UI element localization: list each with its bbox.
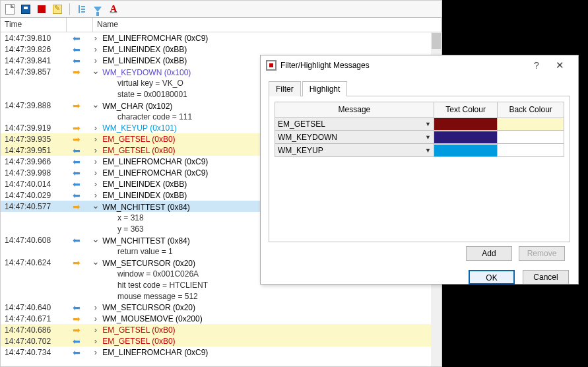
direction-arrow-icon: ➡ — [63, 258, 90, 267]
tab-highlight[interactable]: Highlight — [302, 81, 348, 96]
chevron-down-icon[interactable]: ▼ — [425, 147, 431, 154]
cell-time: 14:47:39.935 — [1, 135, 63, 144]
back-colour-swatch[interactable] — [498, 131, 564, 143]
message-dropdown[interactable]: WM_KEYDOWN▼ — [275, 131, 434, 143]
direction-arrow-icon: ➡ — [63, 67, 90, 77]
toolbar-separator — [69, 3, 70, 15]
chevron-right-icon[interactable] — [91, 302, 100, 312]
filter-icon[interactable] — [91, 3, 104, 16]
chevron-right-icon[interactable] — [91, 123, 100, 133]
col-textcolour[interactable]: Text Colour — [434, 102, 497, 117]
direction-arrow-icon: ⬅ — [63, 348, 90, 357]
message-row[interactable]: 14:47:40.671➡ WM_MOUSEMOVE (0x200) — [1, 313, 441, 324]
chevron-right-icon[interactable] — [91, 336, 100, 346]
chevron-right-icon[interactable] — [91, 325, 100, 335]
cell-name: EM_LINEFROMCHAR (0xC9) — [90, 33, 441, 43]
cell-time: 14:47:39.919 — [1, 123, 63, 133]
chevron-right-icon[interactable] — [91, 190, 100, 200]
save-icon[interactable] — [19, 3, 32, 16]
remove-button[interactable]: Remove — [519, 246, 565, 261]
help-button[interactable]: ? — [527, 60, 546, 71]
direction-arrow-icon: ➡ — [63, 135, 90, 144]
cell-name: EM_GETSEL (0xB0) — [90, 325, 441, 335]
direction-arrow-icon: ⬅ — [63, 337, 90, 346]
cell-time: 14:47:40.608 — [1, 236, 63, 245]
chevron-down-icon[interactable] — [91, 235, 100, 246]
tab-filter[interactable]: Filter — [269, 81, 301, 96]
direction-arrow-icon: ⬅ — [63, 168, 90, 178]
direction-arrow-icon: ⬅ — [63, 180, 90, 189]
cell-name: WM_MOUSEMOVE (0x200) — [90, 314, 441, 323]
message-row[interactable]: 14:47:40.734⬅ EM_LINEFROMCHAR (0xC9) — [1, 347, 441, 358]
direction-arrow-icon: ➡ — [63, 202, 90, 211]
cell-time: 14:47:40.671 — [1, 314, 63, 323]
highlight-row[interactable]: EM_GETSEL▼ — [275, 117, 564, 131]
text-colour-swatch[interactable] — [434, 145, 497, 156]
message-dropdown[interactable]: WM_KEYUP▼ — [275, 144, 434, 156]
direction-arrow-icon: ⬅ — [63, 236, 90, 245]
chevron-right-icon[interactable] — [91, 347, 100, 357]
col-dir-header[interactable] — [67, 18, 93, 32]
chevron-down-icon[interactable] — [91, 100, 100, 111]
cell-time: 14:47:40.686 — [1, 325, 63, 335]
cell-name: mouse message = 512 — [90, 292, 441, 301]
col-message[interactable]: Message — [275, 102, 434, 117]
highlight-row[interactable]: WM_KEYDOWN▼ — [275, 131, 564, 144]
message-row[interactable]: 14:47:40.702⬅ EM_GETSEL (0xB0) — [1, 335, 441, 347]
close-button[interactable]: ✕ — [546, 59, 573, 71]
chevron-right-icon[interactable] — [91, 33, 100, 43]
message-row[interactable]: 14:47:39.810⬅ EM_LINEFROMCHAR (0xC9) — [1, 32, 441, 44]
direction-arrow-icon: ➡ — [63, 123, 90, 133]
cell-time: 14:47:39.998 — [1, 168, 63, 178]
scrollbar-thumb[interactable] — [432, 33, 441, 49]
text-colour-swatch[interactable] — [434, 118, 497, 130]
direction-arrow-icon: ⬅ — [63, 45, 90, 54]
chevron-down-icon[interactable]: ▼ — [425, 121, 431, 127]
dialog-titlebar[interactable]: Filter/Highlight Messages ? ✕ — [261, 55, 578, 75]
direction-arrow-icon: ⬅ — [63, 303, 90, 312]
add-button[interactable]: Add — [466, 246, 512, 261]
ok-button[interactable]: OK — [469, 270, 515, 284]
tree-icon[interactable] — [75, 3, 88, 16]
text-colour-swatch[interactable] — [434, 131, 497, 143]
cell-name: EM_LINEFROMCHAR (0xC9) — [90, 347, 441, 357]
chevron-right-icon[interactable] — [91, 44, 100, 54]
col-backcolour[interactable]: Back Colour — [498, 102, 564, 117]
chevron-right-icon[interactable] — [91, 145, 100, 155]
col-name-header[interactable]: Name — [93, 18, 441, 32]
col-time-header[interactable]: Time — [1, 18, 67, 32]
chevron-down-icon[interactable] — [91, 67, 100, 77]
cell-time: 14:47:40.640 — [1, 303, 63, 312]
cell-time: 14:47:39.826 — [1, 45, 63, 54]
direction-arrow-icon: ⬅ — [63, 191, 90, 200]
chevron-down-icon[interactable] — [91, 201, 100, 212]
cell-time: 14:47:40.624 — [1, 258, 63, 267]
chevron-right-icon[interactable] — [91, 168, 100, 178]
message-dropdown[interactable]: EM_GETSEL▼ — [275, 117, 434, 130]
annotate-icon[interactable] — [51, 3, 64, 16]
message-row[interactable]: 14:47:40.686➡ EM_GETSEL (0xB0) — [1, 324, 441, 335]
direction-arrow-icon: ➡ — [63, 101, 90, 110]
stop-icon[interactable] — [35, 3, 48, 16]
chevron-down-icon[interactable]: ▼ — [425, 134, 431, 141]
direction-arrow-icon: ➡ — [63, 325, 90, 335]
direction-arrow-icon: ⬅ — [63, 157, 90, 166]
chevron-right-icon[interactable] — [91, 134, 100, 144]
dialog-title: Filter/Highlight Messages — [280, 61, 527, 70]
back-colour-swatch[interactable] — [498, 118, 564, 130]
highlight-row[interactable]: WM_KEYUP▼ — [275, 144, 564, 157]
chevron-right-icon[interactable] — [91, 314, 100, 323]
cell-time: 14:47:40.029 — [1, 191, 63, 200]
back-colour-swatch[interactable] — [498, 145, 564, 156]
message-row[interactable]: 14:47:40.640⬅ WM_SETCURSOR (0x20) — [1, 302, 441, 313]
message-row[interactable]: 14:47:39.826⬅ EM_LINEINDEX (0xBB) — [1, 44, 441, 55]
detail-row[interactable]: mouse message = 512 — [1, 290, 441, 302]
new-icon[interactable] — [3, 3, 16, 16]
chevron-right-icon[interactable] — [91, 55, 100, 65]
cancel-button[interactable]: Cancel — [523, 270, 569, 284]
chevron-right-icon[interactable] — [91, 156, 100, 166]
highlight-text-icon[interactable]: A — [107, 3, 120, 16]
cell-time: 14:47:39.857 — [1, 67, 63, 77]
chevron-down-icon[interactable] — [91, 257, 100, 268]
chevron-right-icon[interactable] — [91, 179, 100, 189]
